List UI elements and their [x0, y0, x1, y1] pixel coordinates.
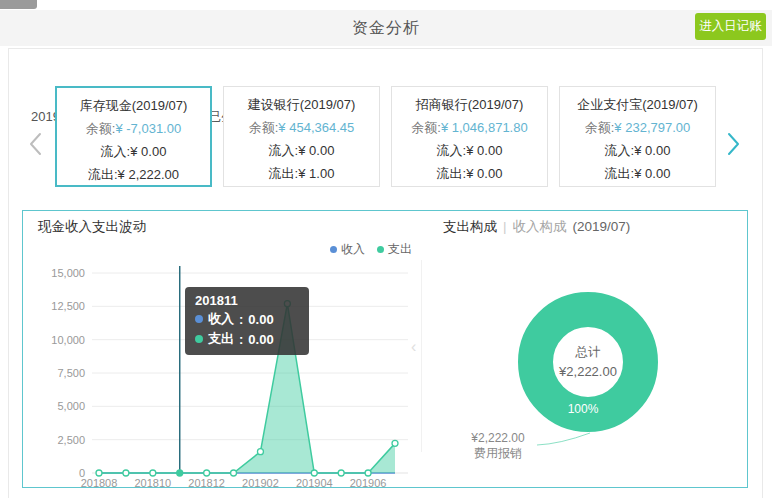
- outflow-value: ¥ 0.00: [634, 166, 670, 181]
- svg-text:201904: 201904: [296, 477, 333, 489]
- income-dot-icon: [195, 315, 203, 323]
- inflow-label: 流入:: [437, 143, 467, 158]
- svg-text:201810: 201810: [134, 477, 171, 489]
- carousel-prev-button[interactable]: [25, 128, 47, 160]
- svg-text:15,000: 15,000: [51, 267, 85, 279]
- svg-text:10,000: 10,000: [51, 334, 85, 346]
- page-title: 资金分析: [0, 10, 772, 46]
- chevron-right-icon: [722, 128, 744, 160]
- inflow-value: ¥ 0.00: [298, 143, 334, 158]
- svg-text:201902: 201902: [242, 477, 279, 489]
- carousel-next-button[interactable]: [722, 128, 744, 160]
- account-name: 企业支付宝(2019/07): [560, 96, 715, 114]
- inflow-value: ¥ 0.00: [130, 144, 166, 159]
- tooltip-row-expense: 支出:0.00: [195, 330, 299, 348]
- inflow-value: ¥ 0.00: [466, 143, 502, 158]
- outflow-label: 流出:: [269, 166, 299, 181]
- tab-expense-composition[interactable]: 支出构成: [443, 219, 497, 234]
- account-card-ccb[interactable]: 建设银行(2019/07) 余额:¥ 454,364.45 流入:¥ 0.00 …: [223, 86, 380, 187]
- label-leader-line: [530, 428, 600, 450]
- inflow-label: 流入:: [605, 143, 635, 158]
- tooltip-series-value: 0.00: [248, 312, 273, 327]
- account-card-cash[interactable]: 库存现金(2019/07) 余额:¥ -7,031.00 流入:¥ 0.00 流…: [55, 86, 212, 187]
- svg-text:201812: 201812: [188, 477, 225, 489]
- slice-name: 费用报销: [458, 446, 538, 461]
- account-card-cmb[interactable]: 招商银行(2019/07) 余额:¥ 1,046,871.80 流入:¥ 0.0…: [391, 86, 548, 187]
- tooltip-row-income: 收入:0.00: [195, 310, 299, 328]
- donut-center-label: 总计 ¥2,222.00: [518, 344, 658, 379]
- account-name: 库存现金(2019/07): [57, 97, 210, 115]
- donut-total-value: ¥2,222.00: [518, 364, 658, 379]
- tab-income-composition[interactable]: 收入构成: [513, 219, 567, 234]
- outflow-label: 流出:: [437, 166, 467, 181]
- svg-text:201808: 201808: [81, 477, 118, 489]
- outflow-value: ¥ 1.00: [298, 166, 334, 181]
- collapse-arrow-icon[interactable]: ‹: [411, 338, 416, 356]
- composition-period: (2019/07): [573, 219, 631, 234]
- enter-journal-button[interactable]: 进入日记账: [695, 13, 766, 40]
- account-name: 建设银行(2019/07): [224, 96, 379, 114]
- slice-outside-label: ¥2,222.00 费用报销: [458, 431, 538, 461]
- expense-legend-dot-icon: [377, 246, 384, 253]
- balance-label: 余额:: [249, 120, 279, 135]
- tooltip-series-name: 收入: [208, 310, 234, 328]
- top-left-scrollbar-artifact: [0, 0, 37, 9]
- slice-percent-label: 100%: [553, 402, 613, 416]
- balance-label: 余额:: [86, 121, 116, 136]
- svg-text:5,000: 5,000: [57, 400, 85, 412]
- donut-total-label: 总计: [518, 344, 658, 361]
- account-name: 招商银行(2019/07): [392, 96, 547, 114]
- inflow-label: 流入:: [101, 144, 131, 159]
- tooltip-colon: :: [239, 332, 243, 347]
- fund-analysis-page: 资金分析 进入日记账 2019年07月 日记账总计2条, 已生成凭证0条 库存现…: [0, 0, 772, 498]
- balance-value: ¥ 1,046,871.80: [441, 120, 528, 135]
- account-card-alipay[interactable]: 企业支付宝(2019/07) 余额:¥ 232,797.00 流入:¥ 0.00…: [559, 86, 716, 187]
- balance-value: ¥ -7,031.00: [115, 121, 181, 136]
- title-separator: |: [503, 219, 507, 234]
- outflow-label: 流出:: [605, 166, 635, 181]
- outflow-value: ¥ 2,222.00: [118, 167, 179, 182]
- slice-amount: ¥2,222.00: [458, 431, 538, 446]
- page-header: 资金分析 进入日记账: [0, 10, 772, 46]
- balance-value: ¥ 232,797.00: [614, 120, 690, 135]
- tooltip-title: 201811: [195, 293, 299, 308]
- panel-divider: [421, 260, 422, 452]
- inflow-label: 流入:: [269, 143, 299, 158]
- inflow-value: ¥ 0.00: [634, 143, 670, 158]
- outflow-value: ¥ 0.00: [466, 166, 502, 181]
- tooltip-colon: :: [239, 312, 243, 327]
- svg-text:201906: 201906: [350, 477, 387, 489]
- chevron-left-icon: [25, 128, 47, 160]
- chart-tooltip: 201811 收入:0.00 支出:0.00: [185, 287, 309, 355]
- tooltip-series-name: 支出: [208, 330, 234, 348]
- expense-dot-icon: [195, 335, 203, 343]
- tooltip-series-value: 0.00: [248, 332, 273, 347]
- income-legend-dot-icon: [330, 246, 337, 253]
- svg-text:12,500: 12,500: [51, 300, 85, 312]
- svg-text:2,500: 2,500: [57, 434, 85, 446]
- balance-label: 余额:: [585, 120, 615, 135]
- balance-label: 余额:: [411, 120, 441, 135]
- svg-text:7,500: 7,500: [57, 367, 85, 379]
- balance-value: ¥ 454,364.45: [278, 120, 354, 135]
- outflow-label: 流出:: [88, 167, 118, 182]
- flow-chart-title: 现金收入支出波动: [38, 218, 146, 236]
- composition-title: 支出构成|收入构成(2019/07): [443, 218, 630, 236]
